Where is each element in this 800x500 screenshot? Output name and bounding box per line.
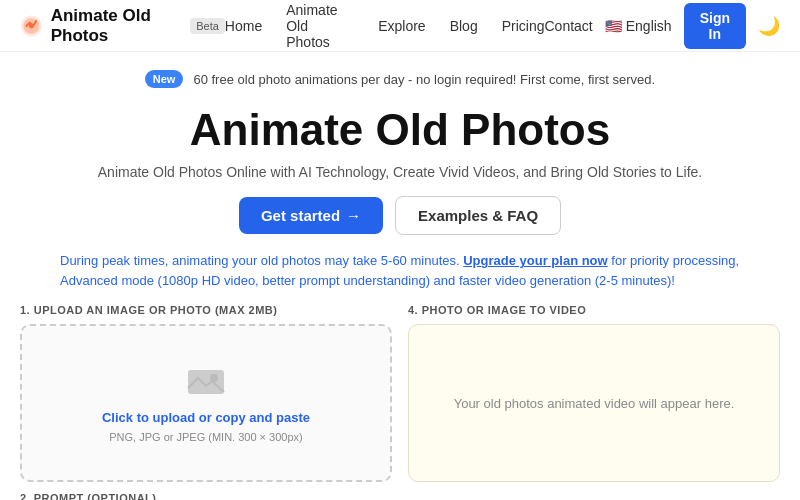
contact-link[interactable]: Contact [544,18,592,34]
upload-hint: PNG, JPG or JPEG (MIN. 300 × 300px) [109,431,302,443]
banner-text: 60 free old photo animations per day - n… [193,72,655,87]
nav-pricing[interactable]: Pricing [502,18,545,34]
language-button[interactable]: 🇺🇸 English [605,18,672,34]
get-started-button[interactable]: Get started → [239,197,383,234]
upload-panel: 1. UPLOAD AN IMAGE OR PHOTO (MAX 2MB) Cl… [20,304,392,500]
content-panels: 1. UPLOAD AN IMAGE OR PHOTO (MAX 2MB) Cl… [20,304,780,500]
nav-blog[interactable]: Blog [450,18,478,34]
header-actions: Contact 🇺🇸 English Sign In 🌙 [544,3,780,49]
upgrade-link[interactable]: Upgrade your plan now [463,253,607,268]
video-panel: 4. PHOTO OR IMAGE TO VIDEO Your old phot… [408,304,780,482]
warning-text-block: During peak times, animating your old ph… [60,251,740,290]
new-badge: New [145,70,184,88]
hero-buttons: Get started → Examples & FAQ [20,196,780,235]
prompt-label: 2. PROMPT (OPTIONAL) [20,492,392,500]
beta-badge: Beta [190,18,225,34]
click-to-upload: Click to upload [102,410,195,425]
upload-panel-label: 1. UPLOAD AN IMAGE OR PHOTO (MAX 2MB) [20,304,392,316]
upload-text: Click to upload or copy and paste [102,410,310,425]
upload-box[interactable]: Click to upload or copy and paste PNG, J… [20,324,392,482]
upload-image-icon [186,364,226,404]
examples-faq-button[interactable]: Examples & FAQ [395,196,561,235]
video-panel-label: 4. PHOTO OR IMAGE TO VIDEO [408,304,780,316]
hero-section: Animate Old Photos Animate Old Photos On… [20,106,780,235]
hero-subtitle: Animate Old Photos Online with AI Techno… [20,164,780,180]
video-box: Your old photos animated video will appe… [408,324,780,482]
arrow-icon: → [346,207,361,224]
logo-area: Animate Old Photos Beta [20,6,225,46]
warning-prefix: During peak times, animating your old ph… [60,253,460,268]
logo-icon [20,12,43,40]
page-title: Animate Old Photos [20,106,780,154]
language-label: English [626,18,672,34]
dark-mode-button[interactable]: 🌙 [758,15,780,37]
sign-in-button[interactable]: Sign In [684,3,746,49]
nav-explore[interactable]: Explore [378,18,425,34]
get-started-label: Get started [261,207,340,224]
svg-point-2 [29,23,34,28]
announcement-banner: New 60 free old photo animations per day… [20,70,780,88]
nav-animate[interactable]: Animate Old Photos [286,2,354,50]
nav-home[interactable]: Home [225,18,262,34]
site-title: Animate Old Photos [51,6,183,46]
main-nav: Home Animate Old Photos Explore Blog Pri… [225,2,545,50]
video-placeholder: Your old photos animated video will appe… [454,396,735,411]
flag-icon: 🇺🇸 [605,18,622,34]
